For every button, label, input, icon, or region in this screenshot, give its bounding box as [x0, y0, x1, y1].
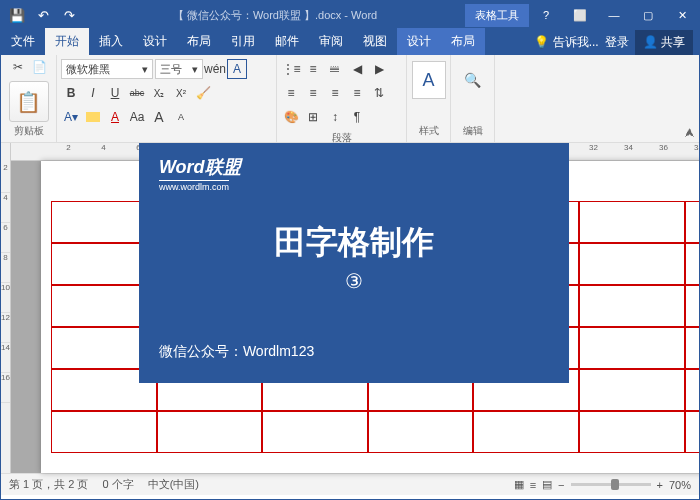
- tab-insert[interactable]: 插入: [89, 28, 133, 55]
- view-read-button[interactable]: ▦: [514, 478, 524, 491]
- multilevel-button[interactable]: ⩸: [325, 59, 345, 79]
- close-button[interactable]: ✕: [665, 1, 699, 29]
- paste-button[interactable]: 📋: [9, 81, 49, 122]
- maximize-button[interactable]: ▢: [631, 1, 665, 29]
- signin-link[interactable]: 登录: [605, 34, 629, 51]
- change-case-button[interactable]: Aa: [127, 107, 147, 127]
- editing-group-label: 编辑: [463, 122, 483, 140]
- tell-me[interactable]: 💡 告诉我...: [534, 34, 598, 51]
- document-title: 【 微信公众号：Word联盟 】.docx - Word: [85, 8, 465, 23]
- bullets-button[interactable]: ⋮≡: [281, 59, 301, 79]
- cut-button[interactable]: ✂: [8, 57, 28, 77]
- font-size-combo[interactable]: 三号▾: [155, 59, 203, 79]
- shrink-font-button[interactable]: A: [171, 107, 191, 127]
- shading-button[interactable]: 🎨: [281, 107, 301, 127]
- tab-file[interactable]: 文件: [1, 28, 45, 55]
- ribbon-display-button[interactable]: ⬜: [563, 1, 597, 29]
- tab-home[interactable]: 开始: [45, 28, 89, 55]
- bold-button[interactable]: B: [61, 83, 81, 103]
- tab-table-layout[interactable]: 布局: [441, 28, 485, 55]
- increase-indent-button[interactable]: ▶: [369, 59, 389, 79]
- save-button[interactable]: 💾: [5, 3, 29, 27]
- page-indicator[interactable]: 第 1 页，共 2 页: [9, 477, 88, 492]
- redo-button[interactable]: ↷: [57, 3, 81, 27]
- numbering-button[interactable]: ≡: [303, 59, 323, 79]
- phonetic-button[interactable]: wén: [205, 59, 225, 79]
- tab-review[interactable]: 审阅: [309, 28, 353, 55]
- zoom-in-button[interactable]: +: [657, 479, 663, 491]
- zoom-level[interactable]: 70%: [669, 479, 691, 491]
- minimize-button[interactable]: —: [597, 1, 631, 29]
- overlay-number: ③: [159, 269, 549, 293]
- text-effects-button[interactable]: A▾: [61, 107, 81, 127]
- underline-button[interactable]: U: [105, 83, 125, 103]
- highlight-button[interactable]: [83, 107, 103, 127]
- language-indicator[interactable]: 中文(中国): [148, 477, 199, 492]
- overlay-banner: Word联盟 www.wordlm.com 田字格制作 ③ 微信公众号：Word…: [139, 143, 569, 383]
- subscript-button[interactable]: X₂: [149, 83, 169, 103]
- overlay-url: www.wordlm.com: [159, 180, 229, 192]
- superscript-button[interactable]: X²: [171, 83, 191, 103]
- tab-layout[interactable]: 布局: [177, 28, 221, 55]
- grow-font-button[interactable]: A: [149, 107, 169, 127]
- align-right-button[interactable]: ≡: [325, 83, 345, 103]
- find-button[interactable]: 🔍: [456, 61, 490, 99]
- undo-button[interactable]: ↶: [31, 3, 55, 27]
- contextual-tab-label: 表格工具: [465, 4, 529, 27]
- collapse-ribbon-button[interactable]: ⮝: [685, 127, 695, 138]
- line-spacing-button[interactable]: ⇅: [369, 83, 389, 103]
- word-count[interactable]: 0 个字: [102, 477, 133, 492]
- justify-button[interactable]: ≡: [347, 83, 367, 103]
- help-button[interactable]: ?: [529, 1, 563, 29]
- tab-table-design[interactable]: 设计: [397, 28, 441, 55]
- zoom-out-button[interactable]: −: [558, 479, 564, 491]
- sort-button[interactable]: ↕: [325, 107, 345, 127]
- share-button[interactable]: 👤 共享: [635, 30, 693, 55]
- show-marks-button[interactable]: ¶: [347, 107, 367, 127]
- tab-view[interactable]: 视图: [353, 28, 397, 55]
- borders-button[interactable]: ⊞: [303, 107, 323, 127]
- zoom-slider[interactable]: [571, 483, 651, 486]
- tab-design[interactable]: 设计: [133, 28, 177, 55]
- font-color-button[interactable]: A: [105, 107, 125, 127]
- italic-button[interactable]: I: [83, 83, 103, 103]
- decrease-indent-button[interactable]: ◀: [347, 59, 367, 79]
- styles-button[interactable]: A: [412, 61, 446, 99]
- overlay-footer: 微信公众号：Wordlm123: [159, 343, 549, 361]
- view-print-button[interactable]: ≡: [530, 479, 536, 491]
- clipboard-group-label: 剪贴板: [14, 122, 44, 140]
- font-name-combo[interactable]: 微软雅黑▾: [61, 59, 153, 79]
- vertical-ruler: 246810121416: [1, 143, 11, 473]
- overlay-title: 田字格制作: [159, 221, 549, 265]
- align-center-button[interactable]: ≡: [303, 83, 323, 103]
- align-left-button[interactable]: ≡: [281, 83, 301, 103]
- tab-references[interactable]: 引用: [221, 28, 265, 55]
- clear-format-button[interactable]: 🧹: [193, 83, 213, 103]
- styles-group-label: 样式: [419, 122, 439, 140]
- char-border-button[interactable]: A: [227, 59, 247, 79]
- copy-button[interactable]: 📄: [30, 57, 50, 77]
- view-web-button[interactable]: ▤: [542, 478, 552, 491]
- tab-mailings[interactable]: 邮件: [265, 28, 309, 55]
- strike-button[interactable]: abc: [127, 83, 147, 103]
